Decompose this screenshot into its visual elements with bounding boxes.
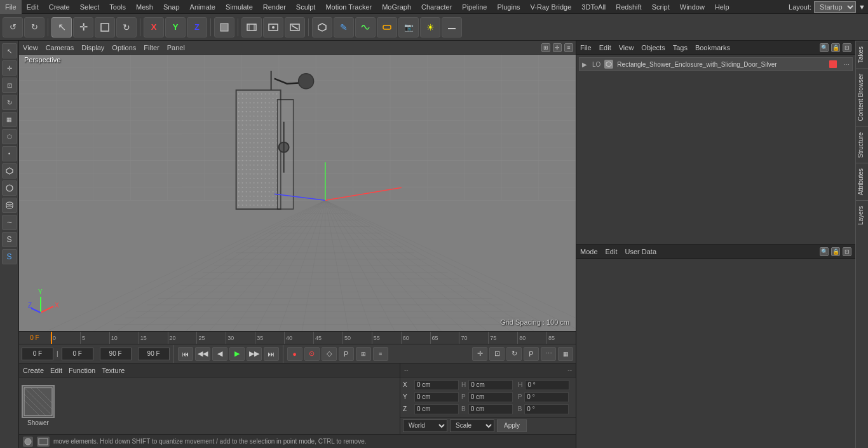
h-rot-input[interactable]	[525, 380, 569, 390]
obj-bookmarks-menu[interactable]: Bookmarks	[695, 44, 730, 51]
goto-end-btn[interactable]: ⏭	[264, 347, 279, 361]
sidebar-polygon-btn[interactable]: ▦	[2, 112, 17, 127]
y-size-input[interactable]	[468, 392, 513, 402]
apply-button[interactable]: Apply	[497, 419, 527, 432]
takes-tab[interactable]: Takes	[856, 41, 868, 68]
menu-help[interactable]: Help	[710, 0, 735, 14]
x-pos-input[interactable]	[414, 380, 459, 390]
sidebar-paint-btn[interactable]: S	[2, 232, 17, 247]
mat-texture-menu[interactable]: Texture	[102, 367, 125, 374]
menu-character[interactable]: Character	[416, 0, 457, 14]
camera-button[interactable]: 📷	[398, 17, 419, 37]
structure-tab[interactable]: Structure	[856, 126, 868, 163]
select-tool-button[interactable]: ↖	[51, 17, 72, 37]
next-btn[interactable]: ▶▶	[247, 347, 262, 361]
sidebar-rotate-btn[interactable]: ↻	[2, 95, 17, 110]
menu-plugins[interactable]: Plugins	[492, 0, 525, 14]
sidebar-edge-btn[interactable]: ⬡	[2, 129, 17, 144]
x-size-input[interactable]	[468, 380, 513, 390]
world-select[interactable]: World	[403, 419, 447, 432]
menu-vray[interactable]: V-Ray Bridge	[526, 0, 577, 14]
timeline[interactable]: 0 F 051015202530354045505560657075808590	[19, 331, 576, 344]
film-btn[interactable]: ▦	[558, 347, 573, 361]
sidebar-move-btn[interactable]: ✛	[2, 60, 17, 76]
menu-animate[interactable]: Animate	[185, 0, 220, 14]
object-row-shower[interactable]: ▶ LO Rectangle_Shower_Enclosure_with_Sli…	[579, 57, 853, 71]
render-active-button[interactable]	[285, 17, 305, 37]
menu-snap[interactable]: Snap	[158, 0, 185, 14]
obj-search-icon[interactable]: 🔍	[820, 43, 829, 52]
layout-select[interactable]: Startup	[814, 1, 856, 13]
menu-edit[interactable]: Edit	[22, 0, 44, 14]
timeline-ruler[interactable]: 051015202530354045505560657075808590	[51, 332, 576, 344]
attr-mode-menu[interactable]: Mode	[580, 248, 598, 255]
status-icon-scene[interactable]	[37, 437, 50, 447]
obj-lock-icon[interactable]: 🔒	[831, 43, 840, 52]
vp-options-menu[interactable]: Options	[112, 44, 136, 51]
material-item[interactable]: Shower	[22, 385, 55, 426]
attributes-tab[interactable]: Attributes	[856, 163, 868, 200]
x-axis-button[interactable]: X	[144, 17, 164, 37]
vp-icon-settings[interactable]: ≡	[564, 43, 573, 52]
deformer-button[interactable]	[377, 17, 397, 37]
render-button[interactable]	[263, 17, 283, 37]
obj-edit-menu[interactable]: Edit	[599, 44, 611, 51]
vp-display-menu[interactable]: Display	[81, 44, 104, 51]
scale-tool-button[interactable]	[95, 17, 115, 37]
vp-filter-menu[interactable]: Filter	[144, 44, 159, 51]
light-button[interactable]: ☀	[420, 17, 440, 37]
rotate-tool-button[interactable]: ↻	[116, 17, 137, 37]
cube-primitive-button[interactable]	[312, 17, 332, 37]
sidebar-cube-btn[interactable]	[2, 163, 17, 179]
key-btn[interactable]: ◇	[322, 347, 337, 361]
nurbs-button[interactable]	[355, 17, 376, 37]
z-size-input[interactable]	[468, 404, 513, 414]
status-icon-cinema4d[interactable]	[23, 437, 33, 447]
obj-view-menu[interactable]: View	[619, 44, 634, 51]
sidebar-sculpt-btn[interactable]: S	[2, 249, 17, 264]
menu-redshift[interactable]: Redshift	[611, 0, 646, 14]
viewport[interactable]: View Cameras Display Options Filter Pane…	[19, 41, 576, 331]
obj-objects-menu[interactable]: Objects	[641, 44, 665, 51]
menu-pipeline[interactable]: Pipeline	[457, 0, 492, 14]
z-axis-button[interactable]: Z	[187, 17, 207, 37]
menu-select[interactable]: Select	[75, 0, 105, 14]
menu-3dtoall[interactable]: 3DToAll	[576, 0, 611, 14]
b-rot-input[interactable]	[524, 404, 569, 414]
end-frame-input-1[interactable]	[100, 348, 132, 360]
redo-button[interactable]: ↻	[24, 17, 44, 37]
vp-icon-move[interactable]: ✛	[553, 43, 562, 52]
current-frame-input[interactable]	[22, 348, 53, 360]
scale-key-btn[interactable]: ⊡	[489, 347, 505, 361]
y-axis-button[interactable]: Y	[165, 17, 186, 37]
scale-select[interactable]: Scale	[450, 419, 494, 432]
z-pos-input[interactable]	[414, 404, 459, 414]
y-pos-input[interactable]	[414, 392, 459, 402]
menu-tools[interactable]: Tools	[104, 0, 131, 14]
menu-sculpt[interactable]: Sculpt	[291, 0, 321, 14]
goto-start-btn[interactable]: ⏮	[178, 347, 193, 361]
end-frame-input-2[interactable]	[138, 348, 170, 360]
param-btn[interactable]: P	[524, 347, 539, 361]
menu-simulate[interactable]: Simulate	[220, 0, 258, 14]
record-btn[interactable]: ●	[287, 347, 302, 361]
preview-btn[interactable]: P	[339, 347, 354, 361]
obj-file-menu[interactable]: File	[580, 44, 592, 51]
layers-tab[interactable]: Layers	[856, 200, 868, 230]
settings-btn[interactable]: ≡	[373, 347, 388, 361]
menu-motion-tracker[interactable]: Motion Tracker	[320, 0, 377, 14]
start-frame-input[interactable]	[62, 348, 93, 360]
prev-btn[interactable]: ◀	[212, 347, 227, 361]
spline-button[interactable]: ✎	[334, 17, 354, 37]
mat-function-menu[interactable]: Function	[69, 367, 95, 374]
menu-file[interactable]: File	[0, 0, 22, 14]
mat-edit-menu[interactable]: Edit	[50, 367, 62, 374]
menu-create[interactable]: Create	[44, 0, 75, 14]
vp-cameras-menu[interactable]: Cameras	[46, 44, 74, 51]
material-thumbnail[interactable]	[22, 385, 55, 418]
move-tool-button[interactable]: ✛	[73, 17, 93, 37]
object-mode-button[interactable]	[214, 17, 234, 37]
move-key-btn[interactable]: ✛	[472, 347, 487, 361]
prev-frame-btn[interactable]: ◀◀	[195, 347, 210, 361]
sidebar-sphere-btn[interactable]	[2, 180, 17, 196]
